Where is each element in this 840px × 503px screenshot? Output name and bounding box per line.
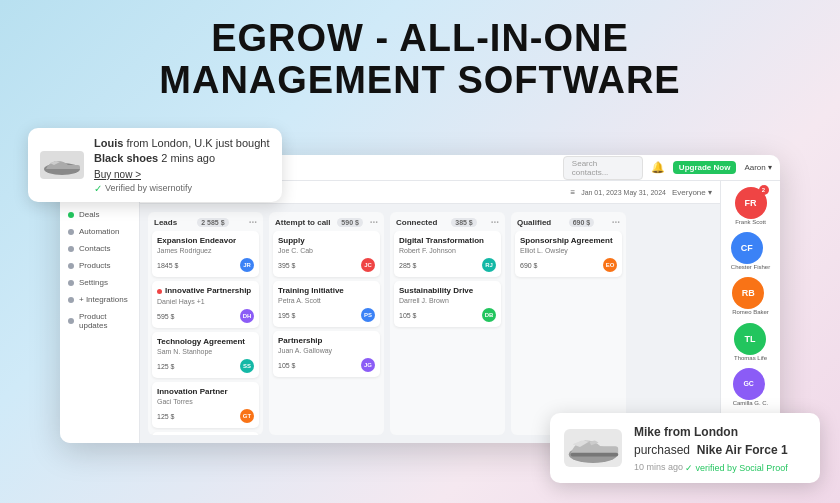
notif-location-text: from — [126, 137, 151, 149]
col-menu[interactable]: ··· — [249, 217, 257, 228]
avatar-name: Frank Scott — [735, 219, 767, 226]
sidebar-item-contacts[interactable]: Contacts — [60, 240, 139, 257]
card-sustainability[interactable]: Sustainability Drive Darrell J. Brown 10… — [394, 281, 501, 327]
page-title-line2: MANAGEMENT SOFTWARE — [0, 60, 840, 102]
avatar-name: Romeo Baker — [732, 309, 769, 316]
col-title: Leads — [154, 218, 177, 227]
card-person: Gaci Torres — [157, 398, 254, 405]
card-marketing[interactable]: Marketing Alliance Francis D. Patandon 1… — [152, 432, 259, 435]
card-avatar: SS — [240, 359, 254, 373]
avatar-name: Thomas Life — [734, 355, 767, 362]
notif-time: 2 mins ago — [161, 152, 215, 164]
sidebar-item-integrations[interactable]: + Integrations — [60, 291, 139, 308]
card-value: 125 $ — [157, 413, 175, 420]
sidebar-item-deals[interactable]: Deals — [60, 206, 139, 223]
card-avatar: RJ — [482, 258, 496, 272]
card-person: Joe C. Cab — [278, 247, 375, 254]
sidebar-label: Contacts — [79, 244, 111, 253]
avatar-romeo: RB — [732, 277, 764, 309]
crm-sidebar: Dashboard Deals Automation Contacts Prod… — [60, 181, 140, 443]
crm-main: + New Deal ≡ Jan 01, 2023 May 31, 2024 E… — [140, 181, 720, 443]
notification-bottom-content: Mike from London purchased Nike Air Forc… — [634, 423, 788, 473]
kanban-col-attempt: Attempt to call 590 $ ··· Supply Joe C. … — [269, 212, 384, 435]
card-innovative[interactable]: Innovative Partnership Daniel Hays +1 59… — [152, 281, 259, 328]
shoe-thumbnail-lg — [564, 429, 622, 467]
card-value: 105 $ — [399, 312, 417, 319]
right-avatar-romeo: RB Romeo Baker — [732, 277, 769, 316]
right-avatar-chester: CF Chester Fisher — [731, 232, 770, 271]
sidebar-item-automation[interactable]: Automation — [60, 223, 139, 240]
kanban-col-leads: Leads 2 585 $ ··· Expansion Endeavor Jam… — [148, 212, 263, 435]
notification-top: Louis from London, U.K just bought Black… — [28, 128, 282, 202]
filter-button[interactable]: ≡ — [570, 188, 575, 197]
card-value: 1845 $ — [157, 262, 178, 269]
card-title: Technology Agreement — [157, 337, 254, 346]
notif-bottom-name: Mike from London — [634, 425, 738, 439]
card-value: 690 $ — [520, 262, 538, 269]
card-digital[interactable]: Digital Transformation Robert F. Johnson… — [394, 231, 501, 277]
col-title: Connected — [396, 218, 437, 227]
col-header-connected: Connected 385 $ ··· — [390, 212, 505, 231]
right-avatar-camilla: GC Camilla G. C. — [733, 368, 769, 407]
card-sponsorship[interactable]: Sponsorship Agreement Elliot L. Owsley 6… — [515, 231, 622, 277]
user-menu[interactable]: Aaron ▾ — [744, 163, 772, 172]
card-supply[interactable]: Supply Joe C. Cab 395 $ JC — [273, 231, 380, 277]
page-title-line1: EGROW - ALL-IN-ONE — [0, 18, 840, 60]
svg-rect-2 — [571, 453, 619, 457]
upgrade-button[interactable]: Upgrade Now — [673, 161, 737, 174]
everyone-filter[interactable]: Everyone ▾ — [672, 188, 712, 197]
col-menu[interactable]: ··· — [491, 217, 499, 228]
card-person: Daniel Hays +1 — [157, 298, 254, 305]
card-avatar: GT — [240, 409, 254, 423]
card-innovation[interactable]: Innovation Partner Gaci Torres 125 $ GT — [152, 382, 259, 428]
col-count: 590 $ — [337, 218, 363, 227]
card-bottom: 105 $ DB — [399, 308, 496, 322]
card-title: Innovation Partner — [157, 387, 254, 396]
notif-verified: ✓ Verified by wisernotify — [94, 183, 270, 194]
card-avatar: JC — [361, 258, 375, 272]
avatar-chester: CF — [731, 232, 763, 264]
sidebar-item-settings[interactable]: Settings — [60, 274, 139, 291]
avatar-thomas: TL — [734, 323, 766, 355]
bell-icon[interactable]: 🔔 — [651, 161, 665, 174]
kanban-board: Leads 2 585 $ ··· Expansion Endeavor Jam… — [140, 204, 720, 443]
kanban-col-connected: Connected 385 $ ··· Digital Transformati… — [390, 212, 505, 435]
col-menu[interactable]: ··· — [612, 217, 620, 228]
card-partnership[interactable]: Partnership Juan A. Galloway 105 $ JG — [273, 331, 380, 377]
sidebar-item-products[interactable]: Products — [60, 257, 139, 274]
notif-bottom-action: purchased — [634, 443, 690, 457]
col-header-qualified: Qualified 690 $ ··· — [511, 212, 626, 231]
card-bottom: 395 $ JC — [278, 258, 375, 272]
card-person: Robert F. Johnson — [399, 247, 496, 254]
avatar-camilla: GC — [733, 368, 765, 400]
search-input[interactable]: Search contacts... — [563, 156, 643, 180]
card-person: Darrell J. Brown — [399, 297, 496, 304]
col-header-attempt: Attempt to call 590 $ ··· — [269, 212, 384, 231]
sidebar-icon — [68, 263, 74, 269]
card-title: Training Initiative — [278, 286, 375, 295]
card-expansion[interactable]: Expansion Endeavor James Rodriguez 1845 … — [152, 231, 259, 277]
col-header-leads: Leads 2 585 $ ··· — [148, 212, 263, 231]
sidebar-icon — [68, 280, 74, 286]
avatar-name: Chester Fisher — [731, 264, 770, 271]
card-title: Sustainability Drive — [399, 286, 496, 295]
card-title: Sponsorship Agreement — [520, 236, 617, 245]
card-bottom: 125 $ GT — [157, 409, 254, 423]
kanban-cards-qualified: Sponsorship Agreement Elliot L. Owsley 6… — [511, 231, 626, 281]
notif-location: London, U.K — [151, 137, 212, 149]
notif-action: just bought — [216, 137, 270, 149]
title-section: EGROW - ALL-IN-ONE MANAGEMENT SOFTWARE — [0, 0, 840, 114]
card-training[interactable]: Training Initiative Petra A. Scott 195 $… — [273, 281, 380, 327]
col-menu[interactable]: ··· — [370, 217, 378, 228]
sidebar-label: Automation — [79, 227, 119, 236]
notif-buy[interactable]: Buy now > — [94, 169, 270, 180]
avatar-name: Camilla G. C. — [733, 400, 769, 407]
sidebar-item-updates[interactable]: Product updates — [60, 308, 139, 334]
card-value: 395 $ — [278, 262, 296, 269]
card-technology[interactable]: Technology Agreement Sam N. Stanhope 125… — [152, 332, 259, 378]
buy-now-link[interactable]: Buy now > — [94, 169, 141, 180]
card-avatar: JR — [240, 258, 254, 272]
card-avatar: DB — [482, 308, 496, 322]
card-value: 195 $ — [278, 312, 296, 319]
card-title: Partnership — [278, 336, 375, 345]
